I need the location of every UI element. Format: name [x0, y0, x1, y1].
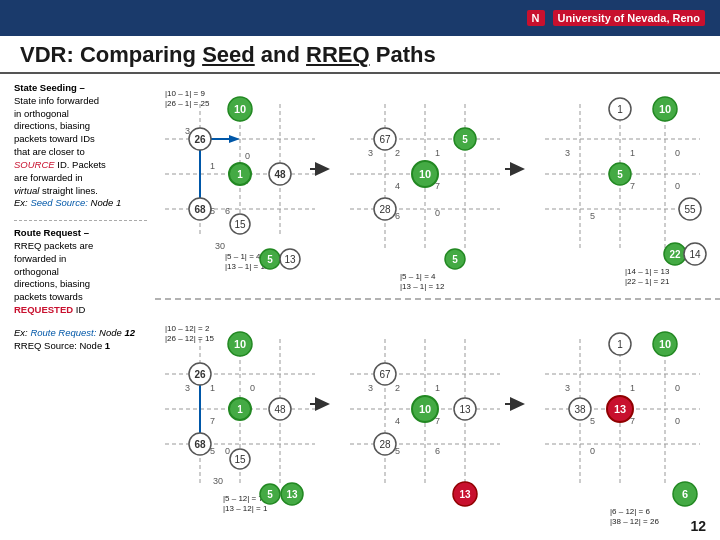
svg-text:0: 0 [435, 208, 440, 218]
svg-text:15: 15 [234, 454, 246, 465]
svg-text:|10 – 1| = 9: |10 – 1| = 9 [165, 89, 206, 98]
svg-text:1: 1 [435, 148, 440, 158]
svg-text:3: 3 [565, 383, 570, 393]
svg-text:|13 – 1| = 12: |13 – 1| = 12 [400, 282, 445, 291]
rreq-diagram-3: 1 10 13 3 1 0 7 5 0 0 38 6 [545, 332, 700, 526]
svg-text:|13 – 12| = 1: |13 – 12| = 1 [223, 504, 268, 513]
rreq-section-label: Route Request – RREQ packets are forward… [14, 227, 147, 317]
svg-text:1: 1 [630, 148, 635, 158]
svg-text:2: 2 [395, 148, 400, 158]
svg-text:0: 0 [225, 446, 230, 456]
svg-text:|5 – 1| = 4: |5 – 1| = 4 [400, 272, 436, 281]
diagram-area: 68 26 10 3 1 0 7 5 6 1 |10 – 1| = 9 [155, 74, 720, 534]
university-name: University of Nevada, Reno [553, 10, 705, 26]
content-area: State Seeding – State info forwarded in … [0, 74, 720, 534]
svg-text:5: 5 [267, 489, 273, 500]
svg-text:0: 0 [675, 383, 680, 393]
svg-text:4: 4 [395, 416, 400, 426]
svg-text:6: 6 [435, 446, 440, 456]
svg-text:5: 5 [395, 446, 400, 456]
left-column: State Seeding – State info forwarded in … [0, 74, 155, 534]
svg-text:|14 – 1| = 13: |14 – 1| = 13 [625, 267, 670, 276]
svg-text:5: 5 [617, 169, 623, 180]
svg-text:5: 5 [590, 211, 595, 221]
svg-text:1: 1 [237, 404, 243, 415]
svg-text:26: 26 [194, 369, 206, 380]
svg-text:5: 5 [462, 134, 468, 145]
svg-text:1: 1 [617, 339, 623, 350]
header-bar: N University of Nevada, Reno [0, 0, 720, 36]
seed-section-label: State Seeding – State info forwarded in … [14, 82, 147, 210]
svg-text:13: 13 [614, 403, 626, 415]
svg-text:7: 7 [630, 416, 635, 426]
svg-text:10: 10 [419, 168, 431, 180]
svg-text:3: 3 [368, 383, 373, 393]
svg-text:13: 13 [459, 489, 471, 500]
seed-diagram-2: 67 28 10 3 2 1 4 6 7 0 5 5 [350, 104, 500, 291]
svg-text:28: 28 [379, 204, 391, 215]
svg-text:6: 6 [225, 206, 230, 216]
svg-text:0: 0 [675, 416, 680, 426]
svg-text:|22 – 1| = 21: |22 – 1| = 21 [625, 277, 670, 286]
svg-text:3: 3 [368, 148, 373, 158]
svg-text:|5 – 1| = 4: |5 – 1| = 4 [225, 252, 261, 261]
svg-text:13: 13 [459, 404, 471, 415]
svg-text:7: 7 [435, 416, 440, 426]
svg-text:15: 15 [234, 219, 246, 230]
svg-text:7: 7 [210, 416, 215, 426]
svg-text:48: 48 [274, 169, 286, 180]
svg-text:5: 5 [210, 446, 215, 456]
page-number: 12 [690, 518, 706, 534]
seed-diagram-1: 68 26 10 3 1 0 7 5 6 1 |10 – 1| = 9 [165, 89, 315, 271]
svg-text:3: 3 [565, 148, 570, 158]
svg-text:5: 5 [452, 254, 458, 265]
svg-text:26: 26 [194, 134, 206, 145]
page-title: VDR: Comparing Seed and RREQ Paths [20, 42, 700, 68]
svg-text:|10 – 12| = 2: |10 – 12| = 2 [165, 324, 210, 333]
svg-text:1: 1 [617, 104, 623, 115]
svg-text:|26 – 1| = 25: |26 – 1| = 25 [165, 99, 210, 108]
svg-text:10: 10 [659, 103, 671, 115]
svg-text:3: 3 [185, 126, 190, 136]
svg-text:|26 – 12| = 15: |26 – 12| = 15 [165, 334, 214, 343]
rreq-diagram-2: 67 28 10 13 3 2 1 4 7 5 6 [350, 339, 500, 506]
svg-text:6: 6 [395, 211, 400, 221]
svg-text:2: 2 [395, 383, 400, 393]
svg-text:38: 38 [574, 404, 586, 415]
rreq-underline: RREQ [306, 42, 370, 67]
svg-text:68: 68 [194, 439, 206, 450]
svg-text:5: 5 [210, 206, 215, 216]
svg-text:6: 6 [682, 488, 688, 500]
svg-text:0: 0 [675, 181, 680, 191]
svg-text:3: 3 [185, 383, 190, 393]
svg-text:0: 0 [245, 151, 250, 161]
svg-text:7: 7 [630, 181, 635, 191]
svg-text:1: 1 [435, 383, 440, 393]
svg-text:|6 – 12| = 6: |6 – 12| = 6 [610, 507, 651, 516]
svg-text:14: 14 [689, 249, 701, 260]
svg-text:0: 0 [250, 383, 255, 393]
svg-text:67: 67 [379, 134, 391, 145]
svg-text:10: 10 [234, 338, 246, 350]
svg-text:0: 0 [675, 148, 680, 158]
svg-text:|38 – 12| = 26: |38 – 12| = 26 [610, 517, 659, 526]
logo-n: N [527, 10, 545, 26]
svg-text:1: 1 [210, 161, 215, 171]
svg-text:1: 1 [210, 383, 215, 393]
svg-text:|5 – 12| = 7: |5 – 12| = 7 [223, 494, 264, 503]
svg-text:5: 5 [590, 416, 595, 426]
university-logo: N University of Nevada, Reno [527, 12, 710, 24]
seed-diagram-3: 1 10 3 1 0 7 5 0 5 55 22 [545, 97, 706, 286]
svg-text:30: 30 [215, 241, 225, 251]
seed-underline: Seed [202, 42, 255, 67]
svg-text:30: 30 [213, 476, 223, 486]
svg-marker-9 [229, 135, 240, 143]
svg-text:22: 22 [669, 249, 681, 260]
svg-text:10: 10 [659, 338, 671, 350]
svg-text:13: 13 [284, 254, 296, 265]
network-diagrams-svg: 68 26 10 3 1 0 7 5 6 1 |10 – 1| = 9 [155, 74, 720, 534]
svg-text:55: 55 [684, 204, 696, 215]
svg-text:10: 10 [419, 403, 431, 415]
svg-text:1: 1 [630, 383, 635, 393]
svg-text:67: 67 [379, 369, 391, 380]
